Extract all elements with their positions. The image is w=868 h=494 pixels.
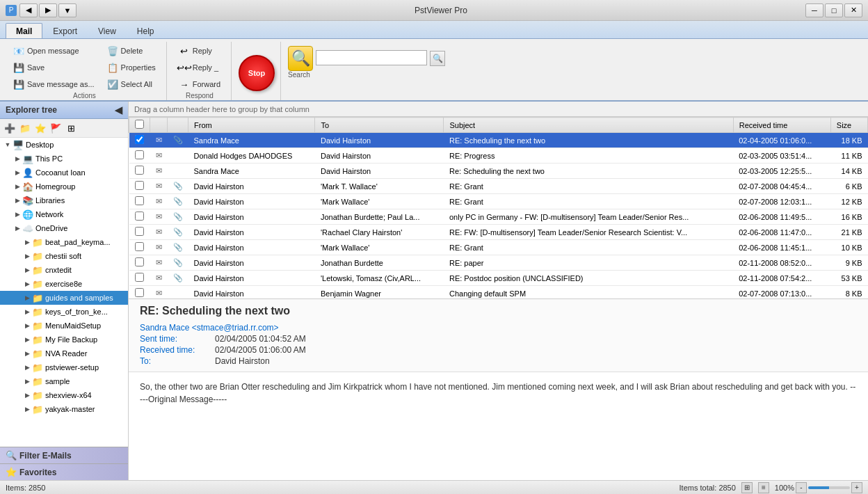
row-received-5[interactable]: 02-06-2008 11:49:5... — [733, 209, 830, 225]
search-input[interactable] — [316, 50, 427, 65]
row-from-5[interactable]: David Hairston — [188, 209, 315, 225]
sidebar-item-network[interactable]: ▶ 🌐 Network — [0, 207, 128, 221]
row-check-5[interactable] — [135, 212, 144, 221]
tree-expand-thispc[interactable]: ▶ — [13, 155, 22, 162]
row-received-3[interactable]: 02-07-2008 04:45:4... — [733, 179, 830, 194]
row-to-0[interactable]: David Hairston — [315, 133, 444, 148]
row-subject-0[interactable]: RE: Scheduling the next two — [444, 133, 733, 148]
row-check-9[interactable] — [135, 273, 144, 282]
sidebar-item-desktop[interactable]: ▼ 🖥️ Desktop — [0, 138, 128, 152]
row-checkbox-9[interactable] — [129, 271, 150, 286]
view-icon[interactable]: ⊞ — [741, 482, 753, 493]
row-check-1[interactable] — [135, 150, 144, 159]
sidebar-grid-button[interactable]: ⊞ — [64, 121, 78, 135]
sidebar-item-cocoanioan[interactable]: ▶ 👤 Cocoanut Ioan — [0, 166, 128, 180]
quick-access-forward[interactable]: ▶ — [39, 3, 57, 17]
row-from-10[interactable]: David Hairston — [188, 286, 315, 299]
search-large-icon[interactable]: 🔍 — [288, 46, 313, 71]
row-to-9[interactable]: 'Letowski, Tomasz (Civ,ARL... — [315, 271, 444, 286]
email-list[interactable]: From To Subject Received time Size ✉ 📎 S… — [129, 117, 868, 299]
sidebar-collapse-button[interactable]: ◀ — [115, 104, 122, 115]
minimize-button[interactable]: ─ — [805, 3, 823, 17]
row-to-3[interactable]: 'Mark T. Wallace' — [315, 179, 444, 194]
tree-expand-network[interactable]: ▶ — [13, 211, 22, 218]
tree-expand-desktop[interactable]: ▼ — [3, 141, 13, 148]
row-from-9[interactable]: David Hairston — [188, 271, 315, 286]
row-check-0[interactable] — [135, 135, 144, 144]
row-checkbox-8[interactable] — [129, 255, 150, 271]
row-from-0[interactable]: Sandra Mace — [188, 133, 315, 148]
table-row[interactable]: ✉ 📎 David Hairston 'Rachael Clary Hairst… — [129, 225, 868, 240]
table-row[interactable]: ✉ 📎 David Hairston 'Mark Wallace' RE: Gr… — [129, 194, 868, 209]
save-button[interactable]: 💾 Save — [8, 60, 99, 75]
tree-expand-nvareader[interactable]: ▶ — [22, 350, 32, 357]
view-list-icon[interactable]: ≡ — [758, 482, 769, 493]
row-checkbox-0[interactable] — [129, 133, 150, 148]
row-check-4[interactable] — [135, 196, 144, 205]
tree-expand-chestii[interactable]: ▶ — [22, 253, 32, 260]
row-received-4[interactable]: 02-07-2008 12:03:1... — [733, 194, 830, 209]
quick-access-back[interactable]: ◀ — [19, 3, 38, 17]
table-row[interactable]: ✉ Donald Hodges DAHODGES David Hairston … — [129, 148, 868, 164]
tab-export[interactable]: Export — [42, 23, 88, 38]
row-check-2[interactable] — [135, 166, 144, 175]
tree-expand-cnxtedit[interactable]: ▶ — [22, 266, 32, 273]
row-checkbox-4[interactable] — [129, 194, 150, 209]
table-row[interactable]: ✉ David Hairston Benjamin Wagner Changin… — [129, 286, 868, 299]
row-size-4[interactable]: 12 KB — [830, 194, 867, 209]
col-received-header[interactable]: Received time — [733, 118, 830, 133]
row-to-1[interactable]: David Hairston — [315, 148, 444, 164]
sidebar-item-onedrive[interactable]: ▶ ☁️ OneDrive — [0, 221, 128, 235]
sidebar-item-keys[interactable]: ▶ 📁 keys_of_tron_ke... — [0, 305, 128, 319]
row-check-6[interactable] — [135, 227, 144, 236]
col-size-header[interactable]: Size — [830, 118, 867, 133]
row-size-5[interactable]: 16 KB — [830, 209, 867, 225]
row-received-9[interactable]: 02-11-2008 07:54:2... — [733, 271, 830, 286]
row-to-5[interactable]: Jonathan Burdette; Paul La... — [315, 209, 444, 225]
search-go-button[interactable]: 🔍 — [430, 51, 445, 66]
row-from-4[interactable]: David Hairston — [188, 194, 315, 209]
delete-button[interactable]: 🗑️ Delete — [102, 43, 161, 58]
row-received-6[interactable]: 02-06-2008 11:47:0... — [733, 225, 830, 240]
row-size-10[interactable]: 8 KB — [830, 286, 867, 299]
row-to-4[interactable]: 'Mark Wallace' — [315, 194, 444, 209]
tree-expand-pstviewer[interactable]: ▶ — [22, 364, 32, 371]
row-subject-2[interactable]: Re: Scheduling the next two — [444, 164, 733, 179]
row-check-7[interactable] — [135, 242, 144, 251]
tab-mail[interactable]: Mail — [6, 23, 42, 38]
sidebar-item-guides[interactable]: ▶ 📁 guides and samples — [0, 291, 128, 305]
open-message-button[interactable]: 📧 Open message — [8, 43, 99, 58]
zoom-in-button[interactable]: + — [851, 482, 862, 493]
reading-body[interactable]: So, the other two are Brian Otter resche… — [129, 372, 868, 481]
favorites-panel[interactable]: ⭐ Favorites — [0, 463, 128, 480]
sidebar-item-homegroup[interactable]: ▶ 🏠 Homegroup — [0, 180, 128, 193]
row-to-7[interactable]: 'Mark Wallace' — [315, 240, 444, 255]
row-size-7[interactable]: 10 KB — [830, 240, 867, 255]
select-all-button[interactable]: ☑️ Select All — [102, 77, 161, 92]
row-subject-3[interactable]: RE: Grant — [444, 179, 733, 194]
row-from-8[interactable]: David Hairston — [188, 255, 315, 271]
row-from-6[interactable]: David Hairston — [188, 225, 315, 240]
sidebar-item-nvareader[interactable]: ▶ 📁 NVA Reader — [0, 346, 128, 360]
row-checkbox-2[interactable] — [129, 164, 150, 179]
table-row[interactable]: ✉ 📎 Sandra Mace David Hairston RE: Sched… — [129, 133, 868, 148]
col-from-header[interactable]: From — [188, 118, 315, 133]
reply-all-button[interactable]: ↩↩ Reply _ — [174, 60, 225, 75]
row-from-1[interactable]: Donald Hodges DAHODGES — [188, 148, 315, 164]
sidebar-item-pstviewer[interactable]: ▶ 📁 pstviewer-setup — [0, 360, 128, 374]
row-to-10[interactable]: Benjamin Wagner — [315, 286, 444, 299]
row-checkbox-1[interactable] — [129, 148, 150, 164]
row-received-10[interactable]: 02-07-2008 07:13:0... — [733, 286, 830, 299]
forward-button[interactable]: → Forward — [174, 77, 225, 92]
row-size-3[interactable]: 6 KB — [830, 179, 867, 194]
sidebar-item-yakyak[interactable]: ▶ 📁 yakyak-master — [0, 402, 128, 416]
tree-expand-shexview[interactable]: ▶ — [22, 392, 32, 399]
tree-expand-libraries[interactable]: ▶ — [13, 197, 22, 204]
row-size-6[interactable]: 21 KB — [830, 225, 867, 240]
tree-expand-yakyak[interactable]: ▶ — [22, 406, 32, 413]
save-as-button[interactable]: 💾 Save message as... — [8, 77, 99, 92]
row-checkbox-3[interactable] — [129, 179, 150, 194]
col-to-header[interactable]: To — [315, 118, 444, 133]
close-button[interactable]: ✕ — [844, 3, 862, 17]
tree-expand-beat_pad[interactable]: ▶ — [22, 239, 32, 246]
